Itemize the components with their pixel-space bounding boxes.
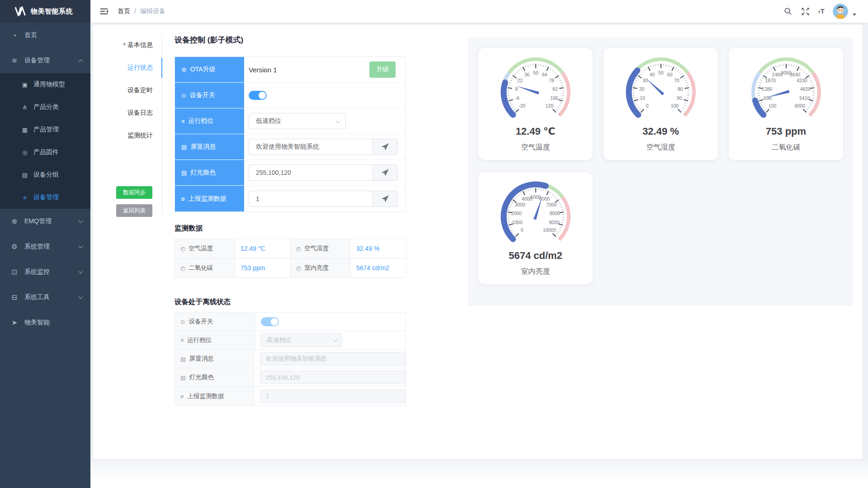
sidebar-item-system-tools[interactable]: ⊟ 系统工具 — [0, 285, 90, 310]
tab-label: 设备日志 — [127, 109, 153, 117]
monitor-label-text: 空气温度 — [189, 244, 213, 253]
paper-plane-icon — [381, 169, 389, 177]
sidebar-item-device-group[interactable]: ▤ 设备分组 — [0, 164, 90, 186]
offline-message-input — [260, 352, 406, 366]
sidebar-item-emq-management[interactable]: ⊗ EMQ管理 — [0, 209, 90, 234]
avatar[interactable] — [833, 4, 848, 19]
send-button[interactable] — [373, 164, 398, 181]
tab-label: 运行状态 — [127, 64, 153, 72]
svg-text:-6: -6 — [515, 95, 519, 101]
document-icon: ▤ — [181, 144, 187, 150]
monitor-label-air-humidity: ◴ 空气湿度 — [291, 239, 351, 258]
send-button[interactable] — [373, 191, 398, 207]
svg-text:8000: 8000 — [549, 211, 560, 216]
search-icon[interactable] — [783, 7, 793, 16]
avatar-caret-icon[interactable] — [853, 14, 856, 16]
row-label-text: 设备开关 — [189, 318, 213, 326]
switch-icon: ⊙ — [180, 319, 185, 325]
chevron-down-icon — [79, 295, 83, 299]
sidebar-item-label: EMQ管理 — [24, 217, 52, 225]
device-switch-toggle[interactable] — [249, 91, 267, 100]
sidebar-collapse-icon[interactable] — [99, 7, 108, 17]
svg-text:70: 70 — [674, 78, 679, 83]
sidebar-item-label: 设备分组 — [33, 171, 59, 179]
monitor-label-brightness: ◴ 室内亮度 — [291, 258, 351, 278]
tab-device-log[interactable]: 设备日志 — [93, 102, 162, 124]
svg-text:50: 50 — [533, 70, 538, 75]
sidebar-item-product-firmware[interactable]: ◎ 产品固件 — [0, 141, 90, 164]
document-icon: ▤ — [180, 356, 186, 362]
svg-text:106: 106 — [550, 95, 558, 101]
monitor-value-co2: 753 ppm — [235, 258, 291, 278]
gauge-icon: ◴ — [296, 265, 301, 272]
tab-running-status[interactable]: 运行状态 — [93, 56, 162, 79]
sidebar-item-label: 物美智能 — [24, 319, 50, 327]
sidebar-item-system-management[interactable]: ⚙ 系统管理 — [0, 234, 90, 259]
light-color-input[interactable] — [249, 164, 373, 181]
fullscreen-icon[interactable] — [801, 7, 810, 16]
screen-message-input[interactable] — [249, 139, 373, 155]
sidebar-item-device-management[interactable]: ≋ 设备管理 — [0, 48, 90, 73]
breadcrumb-home[interactable]: 首页 — [118, 7, 130, 15]
app-title: 物美智能系统 — [31, 7, 73, 16]
gear-level-select[interactable]: 低速档位 — [249, 113, 346, 129]
gauge-chart: 0102030405060708090100 — [604, 52, 718, 125]
chevron-down-icon — [79, 219, 83, 223]
tab-basic-info[interactable]: * 基本信息 — [93, 34, 162, 56]
row-label: ▤ 屏显消息 — [175, 134, 244, 160]
gauge-name: 二氧化碳 — [729, 143, 843, 152]
chevron-down-icon — [333, 338, 338, 342]
row-label-text: 灯光颜色 — [190, 169, 216, 177]
svg-text:92: 92 — [552, 86, 557, 92]
offline-gear-row: ≡ 运行档位 高速档位 — [175, 331, 406, 350]
row-label: ≡ 运行档位 — [175, 108, 244, 134]
main-content: * 基本信息 运行状态 设备定时 设备日志 监测统计 数据同步 返回列表 — [90, 23, 868, 488]
data-sync-button[interactable]: 数据同步 — [116, 186, 152, 199]
svg-text:8: 8 — [515, 86, 518, 92]
gauge-value: 753 ppm — [729, 126, 843, 137]
ota-gear-icon: ⚙ — [181, 66, 187, 73]
gauge-chart: 1006901280187024603050364042304820541060… — [729, 52, 843, 125]
device-management-submenu: ▣ 通用物模型 ⋔ 产品分类 ▦ 产品管理 ◎ 产品固件 ▤ 设备分组 ≡ 设备… — [0, 73, 90, 209]
document-icon: ▤ — [180, 374, 186, 381]
sidebar-item-system-monitor[interactable]: ⊡ 系统监控 — [0, 259, 90, 285]
svg-text:36: 36 — [524, 72, 529, 77]
svg-text:7000: 7000 — [546, 202, 557, 207]
upgrade-button[interactable]: 升级 — [369, 61, 396, 78]
shadow-control-table: ⚙ OTA升级 Version 1 升级 ⊙ 设备开关 — [175, 56, 406, 212]
sidebar-item-wumei-smart[interactable]: ➤ 物美智能 — [0, 310, 90, 335]
tab-device-timer[interactable]: 设备定时 — [93, 79, 162, 102]
sidebar-item-home[interactable]: ◔ 首页 — [0, 23, 90, 48]
logo-mark — [14, 6, 26, 16]
send-button[interactable] — [373, 139, 398, 155]
sidebar-item-device-list[interactable]: ≡ 设备管理 — [0, 186, 90, 209]
svg-text:100: 100 — [768, 103, 776, 108]
row-label-text: 上报监测数据 — [188, 392, 224, 400]
required-mark: * — [123, 42, 126, 49]
firmware-version: Version 1 — [249, 66, 277, 74]
chevron-up-icon — [79, 60, 83, 64]
selected-option: 高速档位 — [267, 336, 291, 344]
tab-monitor-stats[interactable]: 监测统计 — [93, 124, 162, 147]
monitor-value-brightness: 5674 cd/m2 — [351, 258, 406, 278]
report-data-input[interactable] — [249, 191, 373, 207]
gauge-chart: -20-68223650647892106120 — [478, 52, 593, 125]
sidebar-item-thing-model[interactable]: ▣ 通用物模型 — [0, 73, 90, 96]
gauge-card-air-temp: -20-68223650647892106120 12.49 ℃ 空气温度 — [478, 47, 593, 160]
sidebar-item-label: 设备管理 — [33, 193, 59, 202]
svg-text:60: 60 — [667, 72, 672, 77]
svg-text:22: 22 — [517, 78, 523, 83]
svg-text:20: 20 — [639, 86, 644, 92]
target-icon: ◎ — [21, 149, 29, 156]
sidebar: 物美智能系统 ◔ 首页 ≋ 设备管理 ▣ 通用物模型 ⋔ 产品分类 ▦ 产品管理 — [0, 0, 90, 488]
sidebar-item-product-management[interactable]: ▦ 产品管理 — [0, 118, 90, 141]
svg-text:1280: 1280 — [761, 86, 772, 92]
sidebar-item-product-category[interactable]: ⋔ 产品分类 — [0, 96, 90, 118]
offline-gear-select: 高速档位 — [261, 333, 342, 347]
selected-option: 低速档位 — [256, 117, 281, 125]
font-size-icon[interactable]: TT — [818, 8, 825, 15]
back-to-list-button[interactable]: 返回列表 — [116, 204, 152, 217]
svg-text:10: 10 — [640, 95, 645, 101]
gauge-value: 5674 cd/m2 — [478, 250, 593, 262]
svg-text:4230: 4230 — [797, 78, 807, 83]
